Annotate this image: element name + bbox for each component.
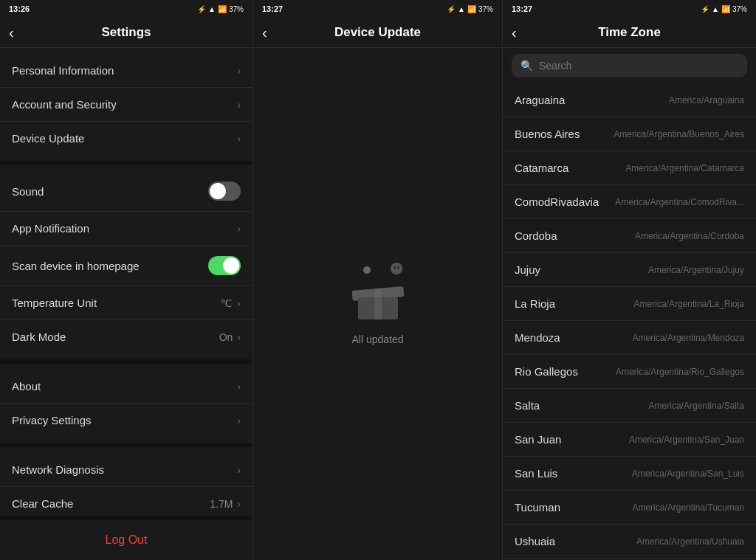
timezone-code: America/Argentina/San_Juan	[629, 435, 744, 445]
timezone-list: Araguaina America/Araguaina Buenos Aires…	[503, 83, 756, 560]
settings-item-clear-cache[interactable]: Clear Cache 1.7M ›	[0, 487, 252, 516]
settings-item-dark-mode[interactable]: Dark Mode On ›	[0, 320, 252, 353]
settings-item-device-update[interactable]: Device Update ›	[0, 122, 252, 155]
search-icon: 🔍	[520, 60, 533, 72]
timezone-code: America/Araguaina	[669, 95, 744, 106]
search-wrapper: 🔍	[512, 54, 747, 77]
chevron-icon: ›	[237, 381, 241, 393]
timezone-city: Rio Gallegos	[515, 365, 578, 378]
settings-section-4: Network Diagnosis › Clear Cache 1.7M ›	[0, 447, 252, 516]
timezone-panel: 13:27 ⚡ ▲ 📶 37% ‹ Time Zone 🔍 Araguaina …	[503, 0, 756, 560]
timezone-city: La Rioja	[515, 297, 555, 310]
signal-icon: 📶	[467, 5, 476, 13]
chevron-icon: ›	[237, 331, 241, 343]
wifi-icon: ▲	[458, 5, 465, 13]
timezone-code: America/Argentina/Buenos_Aires	[614, 129, 744, 139]
timezone-city: San Luis	[515, 467, 557, 480]
toggle-knob	[210, 183, 226, 199]
timezone-list-item[interactable]: Tucuman America/Argentina/Tucuman	[503, 491, 756, 525]
scan-device-toggle[interactable]	[208, 256, 241, 275]
settings-section-2: Sound App Notification › Scan device in …	[0, 165, 252, 364]
timezone-city: Catamarca	[515, 162, 568, 174]
timezone-list-item[interactable]: Jujuy America/Argentina/Jujuy	[503, 253, 756, 287]
wifi-icon: ▲	[712, 5, 719, 13]
chevron-icon: ›	[237, 498, 241, 510]
chevron-icon: ›	[237, 297, 241, 309]
settings-item-about[interactable]: About ›	[0, 370, 252, 404]
temperature-value: ℃	[221, 297, 233, 309]
timezone-list-item[interactable]: Araguaina America/Araguaina	[503, 83, 756, 117]
device-time: 13:27	[262, 4, 283, 13]
timezone-back-button[interactable]: ‹	[512, 24, 517, 41]
logout-button[interactable]: Log Out	[0, 516, 252, 560]
timezone-list-item[interactable]: San Juan America/Argentina/San_Juan	[503, 423, 756, 457]
chevron-icon: ›	[237, 223, 241, 235]
chevron-icon: ›	[237, 415, 241, 426]
settings-item-privacy-settings[interactable]: Privacy Settings ›	[0, 404, 252, 437]
timezone-list-item[interactable]: Buenos Aires America/Argentina/Buenos_Ai…	[503, 117, 756, 151]
timezone-search-input[interactable]	[539, 60, 738, 72]
settings-section-3: About › Privacy Settings ›	[0, 364, 252, 447]
settings-item-app-notification[interactable]: App Notification ›	[0, 212, 252, 246]
timezone-city: Buenos Aires	[515, 128, 580, 140]
chevron-icon: ›	[237, 99, 241, 111]
timezone-list-item[interactable]: Rio Gallegos America/Argentina/Rio_Galle…	[503, 355, 756, 389]
timezone-list-item[interactable]: Ushuaia America/Argentina/Ushuaia	[503, 525, 756, 559]
timezone-code: America/Argentina/Jujuy	[648, 265, 744, 275]
timezone-code: America/Argentina/Mendoza	[633, 333, 744, 343]
svg-point-1	[391, 263, 402, 274]
bluetooth-icon: ⚡	[197, 5, 206, 13]
sound-toggle[interactable]	[208, 182, 241, 201]
timezone-time: 13:27	[512, 4, 532, 13]
settings-panel: 13:26 ⚡ ▲ 📶 37% ‹ Settings Personal Info…	[0, 0, 253, 560]
battery-text: 37%	[732, 5, 747, 13]
timezone-code: America/Argentina/Salta	[649, 401, 744, 411]
settings-header: ‹ Settings	[0, 18, 252, 48]
timezone-city: Mendoza	[515, 331, 560, 344]
dark-mode-value: On	[219, 331, 233, 343]
device-header: ‹ Device Update	[253, 18, 502, 48]
device-title: Device Update	[334, 25, 421, 40]
timezone-list-item[interactable]: La Rioja America/Argentina/La_Rioja	[503, 287, 756, 321]
device-back-button[interactable]: ‹	[262, 24, 267, 41]
settings-item-scan-device[interactable]: Scan device in homepage	[0, 246, 252, 286]
all-updated-text: All updated	[351, 333, 403, 345]
signal-icon: 📶	[721, 5, 730, 13]
settings-back-button[interactable]: ‹	[9, 24, 14, 41]
device-update-panel: 13:27 ⚡ ▲ 📶 37% ‹ Device Update Al	[253, 0, 503, 560]
timezone-list-item[interactable]: Mendoza America/Argentina/Mendoza	[503, 321, 756, 355]
settings-item-account-security[interactable]: Account and Security ›	[0, 88, 252, 122]
timezone-list-item[interactable]: Salta America/Argentina/Salta	[503, 389, 756, 423]
svg-rect-3	[397, 266, 399, 269]
timezone-code: America/Argentina/ComodRiva...	[615, 197, 744, 207]
device-status-icons: ⚡ ▲ 📶 37%	[447, 5, 493, 13]
timezone-city: Araguaina	[515, 94, 565, 106]
settings-status-bar: 13:26 ⚡ ▲ 📶 37%	[0, 0, 252, 18]
timezone-title: Time Zone	[598, 25, 661, 40]
settings-title: Settings	[101, 25, 151, 40]
settings-list: Personal Information › Account and Secur…	[0, 48, 252, 516]
timezone-list-item[interactable]: ComodRivadavia America/Argentina/ComodRi…	[503, 185, 756, 219]
timezone-list-item[interactable]: Cordoba America/Argentina/Cordoba	[503, 219, 756, 253]
settings-item-sound[interactable]: Sound	[0, 171, 252, 212]
all-updated-icon	[345, 263, 411, 322]
timezone-city: San Juan	[515, 433, 561, 446]
chevron-icon: ›	[237, 65, 241, 77]
timezone-search-bar: 🔍	[503, 48, 756, 83]
timezone-list-item[interactable]: San Luis America/Argentina/San_Luis	[503, 457, 756, 491]
timezone-city: Tucuman	[515, 501, 560, 514]
svg-rect-2	[394, 266, 396, 269]
settings-item-network-diagnosis[interactable]: Network Diagnosis ›	[0, 453, 252, 487]
settings-section-1: Personal Information › Account and Secur…	[0, 48, 252, 165]
timezone-status-icons: ⚡ ▲ 📶 37%	[701, 5, 747, 13]
svg-rect-6	[374, 288, 382, 319]
signal-icon: 📶	[218, 5, 227, 13]
settings-status-icons: ⚡ ▲ 📶 37%	[197, 5, 244, 13]
timezone-status-bar: 13:27 ⚡ ▲ 📶 37%	[503, 0, 756, 18]
timezone-city: Jujuy	[515, 263, 540, 276]
settings-item-personal-info[interactable]: Personal Information ›	[0, 54, 252, 88]
settings-item-temperature-unit[interactable]: Temperature Unit ℃ ›	[0, 286, 252, 320]
timezone-list-item[interactable]: Catamarca America/Argentina/Catamarca	[503, 151, 756, 185]
settings-time: 13:26	[9, 4, 30, 13]
wifi-icon: ▲	[208, 5, 216, 13]
